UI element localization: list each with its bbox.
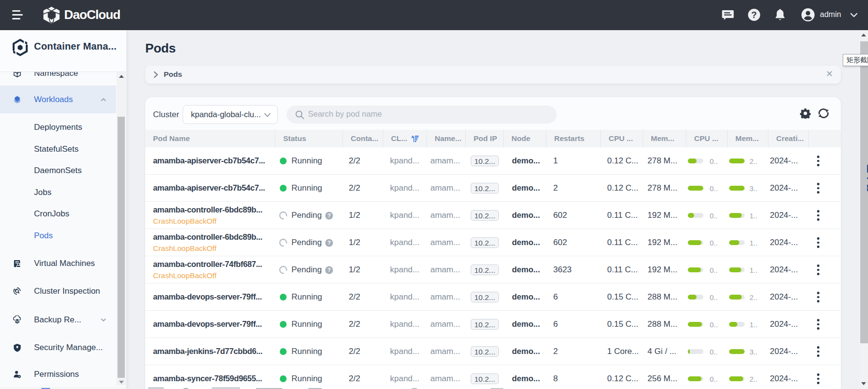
svg-text:?: ? [751, 10, 757, 20]
svg-text:?: ? [327, 267, 331, 273]
svg-text:?: ? [327, 212, 331, 218]
svg-text:?: ? [327, 240, 331, 246]
